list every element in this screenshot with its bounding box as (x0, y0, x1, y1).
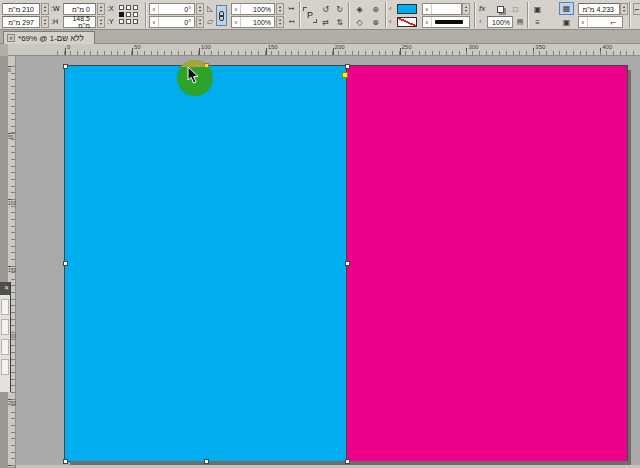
shear-stepper[interactable]: ▴▾ (196, 16, 204, 28)
shear-angle-combo[interactable]: ∨0° (149, 16, 195, 28)
reference-point-cell[interactable] (133, 12, 138, 17)
corner-radius-field[interactable]: 4.233 מ"מ (578, 3, 620, 15)
x-position-field[interactable]: 0 מ"מ (63, 3, 96, 15)
width-stepper[interactable]: ▴▾ (41, 3, 49, 15)
rotate-cw-button[interactable]: ↻ (333, 3, 346, 15)
flip-vertical-button[interactable]: ⇅ (333, 16, 346, 28)
scale-link-button[interactable]: ↤ (286, 16, 297, 28)
scale-y-stepper[interactable]: ▴▾ (276, 16, 284, 28)
stroke-color-swatch[interactable] (397, 17, 417, 27)
frame-list-icon: ≡ (535, 18, 540, 27)
fit-content-button[interactable]: ⊗ (368, 16, 383, 28)
frame-option-button[interactable]: ▣ (531, 3, 544, 15)
right-page-rectangle[interactable] (347, 66, 627, 461)
selection-handle-bottom-right[interactable] (345, 459, 350, 464)
opacity-icon-button[interactable]: ▤ (515, 16, 525, 28)
spin-down-icon: ▾ (100, 9, 102, 13)
selection-handle-top-right[interactable] (345, 64, 350, 69)
constrain-link-button[interactable] (216, 5, 227, 26)
scale-x-stepper[interactable]: ▴▾ (276, 3, 284, 15)
separator (348, 2, 350, 28)
left-page-rectangle[interactable] (65, 66, 347, 461)
panel-item[interactable] (1, 359, 9, 375)
selection-handle-bottom-left[interactable] (63, 459, 68, 464)
ruler-corner-box[interactable] (0, 44, 8, 56)
select-container-button[interactable]: ◈ (352, 3, 367, 15)
stroke-weight-stepper[interactable]: ▴▾ (462, 3, 470, 15)
frame-list-button[interactable]: ≡ (531, 16, 544, 28)
horizontal-ruler[interactable]: 050100150200250300350400 (8, 44, 640, 56)
opacity-mini-arrow-icon[interactable]: ‹ (479, 16, 482, 28)
reference-point-cell[interactable] (119, 5, 124, 10)
selection-handle-top-left[interactable] (63, 64, 68, 69)
document-tab-bar: ✕ ללא שם-1 @ 69%* (0, 30, 640, 44)
panel-item[interactable] (1, 319, 9, 335)
scale-x-combo[interactable]: ∨100% (231, 3, 275, 15)
height-label: :H (51, 16, 58, 28)
corner-radius-stepper[interactable]: ▴▾ (620, 3, 628, 15)
rotate-ccw-button[interactable]: ↺ (319, 3, 332, 15)
fit-frame-icon: ⊕ (372, 5, 379, 14)
scale-link-button[interactable]: ↦ (286, 3, 297, 15)
reference-point-proxy[interactable] (119, 5, 138, 24)
selection-handle-mid-left[interactable] (63, 261, 68, 266)
reference-point-cell[interactable] (126, 12, 131, 17)
ruler-tick-label: 50 (134, 44, 141, 50)
stroke-mini-arrow-icon[interactable]: ‹ (389, 16, 392, 28)
corner-shape-combo[interactable]: ∨⌐ (578, 16, 623, 28)
width-field[interactable]: 210 מ"מ (2, 3, 40, 15)
height-stepper[interactable]: ▴▾ (41, 16, 49, 28)
drop-shadow-button[interactable] (494, 3, 507, 15)
separator (145, 2, 147, 28)
frame-option-active-button[interactable]: ▦ (559, 2, 574, 15)
clipped-tool-button[interactable]: ⌐ (633, 3, 640, 15)
fill-mini-arrow-icon[interactable]: ‹ (389, 3, 392, 15)
spin-down-icon: ▾ (279, 9, 281, 13)
reference-point-cell[interactable] (119, 19, 124, 24)
reference-point-cell[interactable] (126, 19, 131, 24)
chevron-down-icon: ∨ (423, 17, 432, 27)
effects-button[interactable]: fx (479, 3, 485, 15)
flip-horizontal-button[interactable]: ⇄ (319, 16, 332, 28)
spin-down-icon: ▾ (44, 9, 46, 13)
vertical-ruler[interactable]: 050100150200250300 (8, 56, 16, 468)
y-position-field[interactable]: 148.5 מ"מ (63, 16, 96, 28)
rotation-angle-combo[interactable]: ∨0° (149, 3, 195, 15)
ruler-major-tick (466, 48, 467, 55)
opacity-field[interactable]: 100% (487, 16, 513, 28)
fit-frame-button[interactable]: ⊕ (368, 3, 383, 15)
collapsed-panel-sliver[interactable]: ✕ (0, 282, 11, 392)
select-content-icon: ◇ (356, 18, 362, 27)
live-corner-editor-handle[interactable] (342, 72, 348, 78)
selection-handle-top-center[interactable] (204, 63, 209, 68)
flip-vertical-icon: ⇅ (336, 18, 343, 27)
frame-option-icon: ▣ (534, 5, 542, 14)
y-stepper[interactable]: ▴▾ (97, 16, 105, 28)
reference-point-cell[interactable] (126, 5, 131, 10)
frame-target-button[interactable]: ▣ (559, 16, 574, 28)
effects-extra-button[interactable]: □ (509, 3, 522, 15)
height-field[interactable]: 297 מ"מ (2, 16, 40, 28)
stroke-weight-combo[interactable]: ∨ (422, 3, 462, 15)
selection-handle-bottom-center[interactable] (204, 459, 209, 464)
x-stepper[interactable]: ▴▾ (97, 3, 105, 15)
panel-item[interactable] (1, 339, 9, 355)
document-tab[interactable]: ✕ ללא שם-1 @ 69%* (3, 31, 95, 44)
reference-point-cell[interactable] (133, 19, 138, 24)
stroke-type-combo[interactable]: ∨ (422, 16, 470, 28)
x-value: 0 מ"מ (66, 6, 93, 13)
rotation-stepper[interactable]: ▴▾ (196, 3, 204, 15)
reference-point-cell[interactable] (119, 12, 124, 17)
reference-point-cell[interactable] (133, 5, 138, 10)
panel-item[interactable] (1, 299, 9, 315)
close-icon[interactable]: ✕ (4, 285, 9, 291)
selection-handle-mid-right[interactable] (345, 261, 350, 266)
spin-down-icon: ▾ (199, 9, 201, 13)
window-left-edge (0, 56, 8, 468)
scale-y-combo[interactable]: ∨100% (231, 16, 275, 28)
fill-color-swatch[interactable] (397, 4, 417, 14)
close-icon[interactable]: ✕ (7, 34, 15, 42)
panel-header: ✕ (0, 282, 10, 295)
select-content-button[interactable]: ◇ (352, 16, 367, 28)
flip-indicator-glyph: P (307, 10, 313, 20)
